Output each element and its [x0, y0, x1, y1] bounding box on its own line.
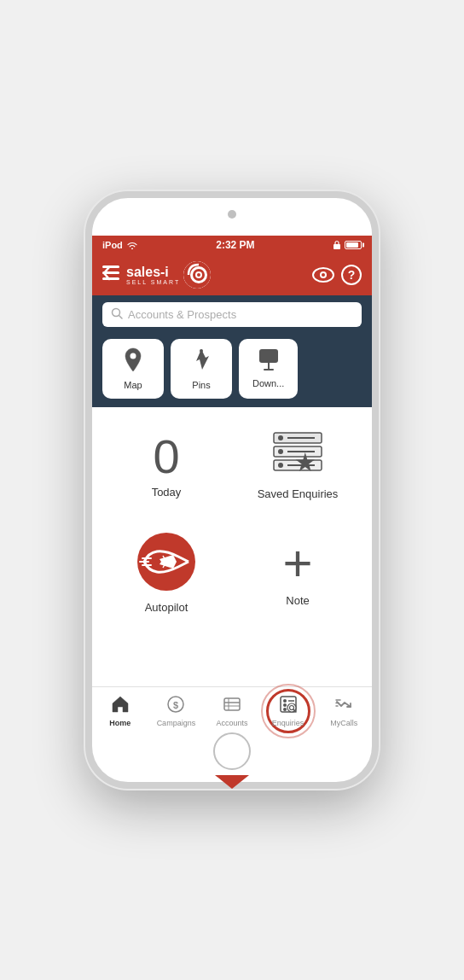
tab-mycalls[interactable]: MyCalls	[316, 691, 372, 731]
lock-icon	[333, 240, 341, 250]
device-name: iPod	[102, 240, 123, 250]
map-label: Map	[124, 380, 142, 390]
logo-icon	[183, 261, 211, 289]
svg-point-25	[278, 449, 283, 454]
svg-rect-3	[102, 277, 119, 280]
note-label: Note	[286, 594, 309, 607]
tab-accounts-label: Accounts	[216, 719, 247, 727]
bottom-arrow	[215, 775, 249, 789]
tab-mycalls-label: MyCalls	[330, 719, 357, 727]
svg-rect-1	[102, 265, 119, 268]
main-content: 0 Today	[92, 407, 372, 678]
today-label: Today	[152, 486, 182, 499]
back-button[interactable]	[102, 265, 121, 285]
eye-button[interactable]	[312, 267, 334, 283]
svg-point-21	[278, 435, 283, 440]
tab-enquiries-label: Enquiries	[272, 719, 304, 727]
search-bar: Accounts & Prospects	[92, 295, 372, 334]
svg-point-47	[283, 703, 287, 707]
today-widget[interactable]: 0 Today	[106, 421, 227, 510]
saved-enquiries-widget[interactable]: Saved Enquiries	[237, 421, 358, 510]
autopilot-label: Autopilot	[145, 601, 188, 614]
svg-rect-0	[334, 244, 340, 249]
download-icon	[258, 347, 280, 375]
map-icon	[122, 347, 144, 376]
search-placeholder: Accounts & Prospects	[128, 308, 236, 321]
logo-container: sales-i SELL SMART	[126, 261, 211, 289]
campaigns-icon: $	[166, 695, 185, 717]
time-display: 2:32 PM	[216, 239, 254, 251]
svg-text:$: $	[173, 700, 178, 710]
today-count: 0	[153, 433, 179, 481]
svg-point-49	[283, 708, 287, 711]
svg-rect-18	[259, 349, 278, 363]
logo-text: sales-i	[126, 265, 180, 279]
home-icon	[111, 695, 130, 717]
note-plus-icon: +	[282, 538, 312, 589]
pins-icon	[190, 347, 212, 376]
battery-icon	[345, 241, 362, 249]
wifi-icon	[126, 241, 138, 249]
download-button[interactable]: Down...	[239, 339, 298, 399]
saved-enquiries-icon	[270, 431, 325, 482]
tab-enquiries[interactable]: Enquiries	[260, 691, 316, 731]
screen: iPod 2:32 PM	[92, 236, 372, 734]
accounts-icon	[223, 695, 241, 717]
map-button[interactable]: Map	[102, 339, 164, 399]
tab-campaigns[interactable]: $ Campaigns	[148, 691, 205, 731]
svg-point-17	[200, 349, 203, 353]
tab-bar: Home $ Campaigns	[92, 686, 372, 734]
autopilot-icon	[136, 531, 197, 596]
tab-accounts[interactable]: Accounts	[204, 691, 260, 731]
svg-text:?: ?	[348, 268, 356, 282]
svg-point-8	[197, 273, 200, 277]
status-bar: iPod 2:32 PM	[92, 236, 372, 254]
quick-actions-bar: Map Pins	[92, 334, 372, 407]
note-widget[interactable]: + Note	[237, 521, 358, 624]
search-icon	[111, 307, 123, 322]
enquiries-icon	[279, 695, 298, 717]
pins-label: Pins	[192, 380, 210, 390]
logo-tagline: SELL SMART	[126, 279, 180, 285]
svg-point-45	[283, 699, 287, 703]
tab-home[interactable]: Home	[92, 691, 148, 731]
saved-enquiries-label: Saved Enquiries	[258, 487, 339, 500]
search-input-wrapper[interactable]: Accounts & Prospects	[102, 302, 362, 327]
svg-point-16	[130, 353, 136, 359]
pins-button[interactable]: Pins	[171, 339, 232, 399]
svg-point-29	[278, 463, 283, 468]
autopilot-widget[interactable]: Autopilot	[106, 521, 227, 624]
mycalls-icon	[334, 695, 353, 717]
download-label: Down...	[252, 378, 284, 388]
tab-home-label: Home	[109, 719, 130, 727]
tab-campaigns-label: Campaigns	[157, 719, 196, 727]
svg-rect-40	[224, 698, 240, 710]
svg-line-15	[119, 316, 123, 319]
help-button[interactable]: ?	[341, 265, 362, 285]
app-header: sales-i SELL SMART	[92, 254, 372, 295]
phone-frame: iPod 2:32 PM	[85, 191, 379, 789]
svg-point-11	[322, 273, 325, 277]
